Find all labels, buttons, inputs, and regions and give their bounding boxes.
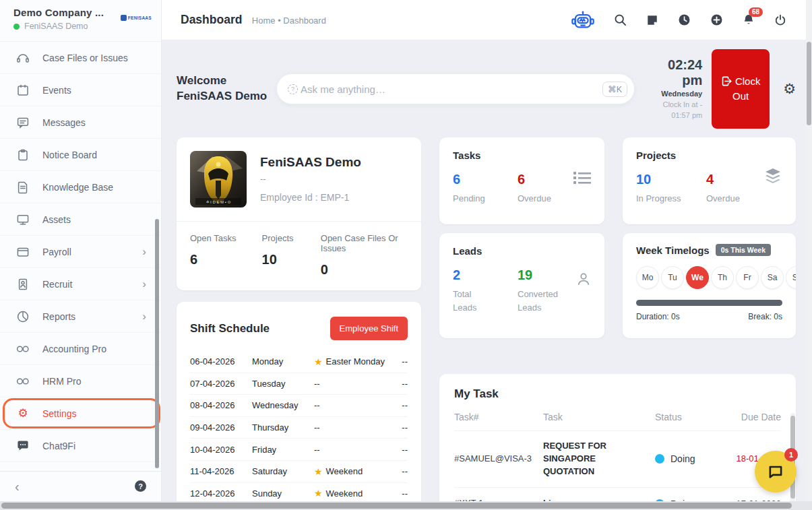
page-vertical-scrollbar[interactable] <box>806 0 812 502</box>
sidebar-item-chat9fi[interactable]: Chat9Fi <box>0 430 161 462</box>
chat-bubble-icon <box>767 463 784 480</box>
task-status: Doing <box>655 453 732 464</box>
sidebar-item-notice-board[interactable]: Notice Board <box>0 139 161 171</box>
sidebar-item-hrm-pro[interactable]: HRM Pro <box>0 365 161 397</box>
chat-widget-button[interactable]: 1 <box>755 451 797 492</box>
task-name: REQUEST FOR SINGAPORE QUOTATION <box>543 440 655 478</box>
app-root: Demo Company ... FeniSAAS Demo FENISAAS … <box>0 0 812 510</box>
help-icon[interactable]: ? <box>135 480 146 492</box>
header-left: Dashboard Home • Dashboard <box>181 13 326 27</box>
svg-text:≗ I D E M • ⊙: ≗ I D E M • ⊙ <box>206 200 230 204</box>
shift-day: Monday <box>252 356 314 366</box>
sidebar-scrollbar[interactable] <box>155 219 159 468</box>
sidebar-item-accounting-pro[interactable]: Accounting Pro <box>0 333 161 365</box>
shift-holiday: ★Weekend <box>314 466 393 476</box>
week-timelogs-card: Week Timelogs 0s This Week MoTuWeThFrSaS… <box>623 233 796 338</box>
shift-value: -- <box>393 379 408 389</box>
gear-icon: ⚙ <box>16 407 30 420</box>
col-task: Task <box>543 412 655 422</box>
day-pill-we[interactable]: We <box>686 266 709 289</box>
ask-anything-input[interactable] <box>301 84 602 95</box>
shift-holiday: ★Easter Monday <box>314 356 393 366</box>
sidebar-item-recruit[interactable]: Recruit› <box>0 268 161 300</box>
day-pill-sa[interactable]: Sa <box>761 266 784 289</box>
robot-icon[interactable] <box>571 11 594 30</box>
ask-anything-searchbox: ? ⌘K <box>276 73 635 104</box>
sidebar-item-knowledge-base[interactable]: Knowledge Base <box>0 171 161 203</box>
sidebar-item-messages[interactable]: Messages <box>0 106 161 139</box>
timelog-break: Break: 0s <box>748 312 782 321</box>
day-pill-tu[interactable]: Tu <box>661 266 684 289</box>
clock-icon[interactable] <box>678 13 691 26</box>
profile-top: ≗ I D E M • ⊙ FeniSAAS Demo -- Employee … <box>177 137 421 221</box>
chevron-right-icon: › <box>142 311 146 322</box>
day-pill-su[interactable]: Su <box>786 266 796 289</box>
sidebar-item-label: Recruit <box>42 279 72 290</box>
company-name[interactable]: Demo Company ... <box>13 7 104 18</box>
leads-converted-label: Converted Leads <box>518 288 566 314</box>
sidebar-item-label: HRM Pro <box>42 376 82 387</box>
shift-holiday: -- <box>314 445 393 455</box>
clock-info: 02:24 pm Wednesday Clock In at - 01:57 p… <box>647 57 702 121</box>
link-icon <box>16 342 30 356</box>
sidebar-item-payroll[interactable]: Payroll› <box>0 236 161 268</box>
shift-holiday: -- <box>314 400 393 410</box>
profile-subtitle: -- <box>260 174 361 184</box>
leads-converted-stat: 19 Converted Leads <box>518 267 566 314</box>
plus-icon[interactable] <box>710 13 723 26</box>
online-status-dot <box>13 24 20 30</box>
tasks-overdue-stat: 6 Overdue <box>518 172 551 205</box>
profile-stat-open-case-files-or-issues: Open Case Files Or Issues0 <box>321 233 408 278</box>
sidebar-item-settings[interactable]: ⚙Settings <box>0 397 161 430</box>
star-icon: ★ <box>314 467 323 476</box>
shift-day: Tuesday <box>252 379 314 389</box>
status-dot <box>655 454 664 464</box>
company-subtitle-label: FeniSAAS Demo <box>24 22 88 31</box>
day-pill-fr[interactable]: Fr <box>736 266 759 289</box>
document-icon <box>16 181 30 194</box>
dashboard-content: Welcome FeniSAAS Demo ? ⌘K 02:24 pm Wedn… <box>162 40 812 510</box>
day-pill-mo[interactable]: Mo <box>636 266 659 289</box>
sidebar-item-events[interactable]: Events <box>0 74 161 106</box>
breadcrumb[interactable]: Home • Dashboard <box>252 15 326 26</box>
bell-icon[interactable]: 68 <box>743 13 755 26</box>
profile-stat-open-tasks: Open Tasks6 <box>190 233 262 278</box>
leads-total-label: Total Leads <box>453 288 496 314</box>
link-icon <box>16 375 30 388</box>
app-logo: FENISAAS <box>121 15 152 21</box>
monitor-icon <box>16 213 30 226</box>
sidebar-item-reports[interactable]: Reports› <box>0 300 161 333</box>
profile-name: FeniSAAS Demo <box>260 155 361 170</box>
tasks-card-title: Tasks <box>453 150 591 161</box>
payroll-icon <box>16 245 30 259</box>
clock-out-button[interactable]: Clock Out <box>712 49 770 129</box>
shift-schedule-row: 09-04-2026Thursday---- <box>190 417 408 439</box>
shift-date: 11-04-2026 <box>190 466 252 476</box>
logo-text: FENISAAS <box>128 15 152 20</box>
power-icon[interactable] <box>774 14 786 26</box>
gear-icon[interactable]: ⚙ <box>783 81 796 97</box>
task-row[interactable]: #SAMUEL@VISA-3REQUEST FOR SINGAPORE QUOT… <box>454 431 781 487</box>
shift-date: 09-04-2026 <box>190 422 252 433</box>
page-horizontal-scrollbar[interactable] <box>0 501 812 510</box>
leads-total-stat: 2 Total Leads <box>453 267 518 314</box>
main-area: Dashboard Home • Dashboard <box>162 0 812 510</box>
employee-shift-button[interactable]: Employee Shift <box>330 317 408 340</box>
tasks-pending-label: Pending <box>453 192 518 205</box>
sidebar-item-case-files-or-issues[interactable]: Case Files or Issues <box>0 42 161 74</box>
col-task-id: Task# <box>454 412 543 422</box>
sidebar-footer: ‹ ? <box>0 471 161 501</box>
notification-badge: 68 <box>749 7 763 17</box>
sidebar-item-assets[interactable]: Assets <box>0 203 161 236</box>
right-region: Tasks 6 Pending 6 Overdue <box>439 137 796 510</box>
note-icon[interactable] <box>646 14 658 26</box>
projects-inprogress-value: 10 <box>636 172 706 187</box>
shift-schedule-row: 08-04-2026Wednesday---- <box>190 395 408 417</box>
collapse-sidebar-button[interactable]: ‹ <box>15 480 20 493</box>
keyboard-shortcut-chip: ⌘K <box>602 82 627 97</box>
day-pill-th[interactable]: Th <box>711 266 734 289</box>
person-icon <box>576 272 591 290</box>
sidebar-item-label: Case Files or Issues <box>42 53 128 63</box>
shift-value: -- <box>393 356 408 366</box>
search-icon[interactable] <box>614 13 627 26</box>
